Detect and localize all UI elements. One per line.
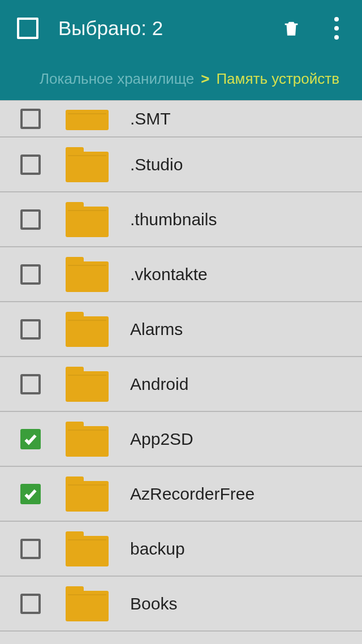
folder-icon bbox=[66, 312, 109, 347]
folder-icon bbox=[66, 476, 109, 512]
folder-name-label: App2SD bbox=[130, 430, 193, 449]
folder-icon bbox=[66, 147, 109, 182]
selection-count-title: Выбрано: 2 bbox=[58, 17, 277, 40]
folder-name-label: Books bbox=[130, 594, 177, 613]
check-icon bbox=[23, 432, 38, 446]
more-vert-icon bbox=[334, 17, 339, 40]
folder-list[interactable]: .SMT.Studio.thumbnails.vkontakteAlarmsAn… bbox=[0, 100, 362, 632]
breadcrumb-current[interactable]: Память устройств bbox=[216, 70, 339, 88]
folder-row[interactable]: Books bbox=[0, 577, 362, 632]
folder-row[interactable]: .thumbnails bbox=[0, 192, 362, 247]
folder-icon bbox=[66, 257, 109, 292]
row-checkbox[interactable] bbox=[20, 484, 41, 504]
folder-icon bbox=[66, 531, 109, 566]
folder-name-label: .SMT bbox=[130, 109, 171, 128]
trash-icon bbox=[282, 16, 301, 41]
folder-name-label: .thumbnails bbox=[130, 210, 217, 229]
app-bar: Выбрано: 2 bbox=[0, 0, 362, 57]
folder-name-label: AzRecorderFree bbox=[130, 484, 255, 504]
row-checkbox[interactable] bbox=[20, 154, 41, 175]
folder-icon bbox=[66, 586, 109, 621]
folder-row[interactable]: App2SD bbox=[0, 412, 362, 467]
folder-icon bbox=[66, 367, 109, 402]
folder-name-label: .Studio bbox=[130, 155, 183, 174]
folder-icon bbox=[66, 202, 109, 237]
folder-row[interactable]: backup bbox=[0, 522, 362, 577]
row-checkbox[interactable] bbox=[20, 374, 41, 394]
folder-name-label: Alarms bbox=[130, 320, 183, 339]
folder-row[interactable]: AzRecorderFree bbox=[0, 467, 362, 522]
row-checkbox[interactable] bbox=[20, 209, 41, 230]
folder-name-label: Android bbox=[130, 375, 188, 394]
breadcrumb-root[interactable]: Локальное хранилище bbox=[40, 70, 194, 88]
folder-icon bbox=[66, 108, 109, 130]
folder-row[interactable]: Alarms bbox=[0, 302, 362, 357]
row-checkbox[interactable] bbox=[20, 429, 41, 449]
folder-name-label: .vkontakte bbox=[130, 265, 208, 284]
folder-row[interactable]: Android bbox=[0, 357, 362, 412]
breadcrumb[interactable]: Локальное хранилище > Память устройств bbox=[0, 57, 362, 100]
row-checkbox[interactable] bbox=[20, 594, 41, 614]
row-checkbox[interactable] bbox=[20, 539, 41, 559]
folder-name-label: backup bbox=[130, 539, 185, 559]
overflow-menu-button[interactable] bbox=[322, 17, 351, 40]
check-icon bbox=[23, 487, 38, 501]
folder-row[interactable]: .vkontakte bbox=[0, 247, 362, 302]
select-all-checkbox[interactable] bbox=[17, 18, 38, 39]
folder-row[interactable]: .Studio bbox=[0, 138, 362, 192]
row-checkbox[interactable] bbox=[20, 264, 41, 285]
row-checkbox[interactable] bbox=[20, 319, 41, 340]
folder-row[interactable]: .SMT bbox=[0, 100, 362, 138]
row-checkbox[interactable] bbox=[20, 109, 41, 129]
chevron-right-icon: > bbox=[201, 70, 209, 88]
folder-icon bbox=[66, 422, 109, 457]
delete-button[interactable] bbox=[277, 16, 305, 41]
